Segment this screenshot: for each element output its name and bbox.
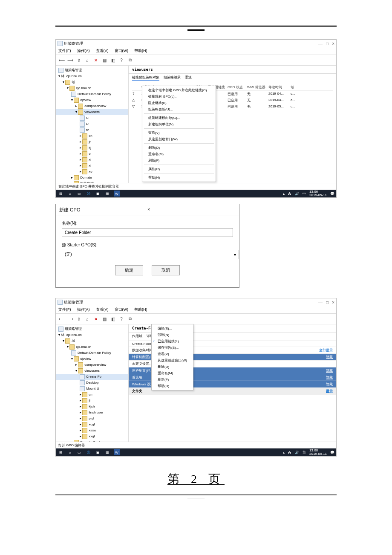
menu-item[interactable]: 重命名(M) <box>152 370 193 376</box>
ie-icon[interactable]: ⓔ <box>86 191 92 197</box>
explorer-icon[interactable]: ▣ <box>95 449 101 455</box>
maximize-button[interactable]: □ <box>326 300 329 305</box>
tree-child-c[interactable]: C <box>56 115 128 121</box>
col-wmi[interactable]: WMI 筛选器 <box>247 85 268 90</box>
menu-item[interactable]: 帮助(H) <box>142 174 216 181</box>
tray-net-icon[interactable]: 🖧 <box>288 192 291 196</box>
toggle-link[interactable]: 隐藏 <box>326 355 333 359</box>
menu-help[interactable]: 帮助(H) <box>134 48 147 54</box>
tree-child-xo[interactable]: ▸ xo <box>56 169 128 175</box>
window-icon[interactable]: ⧉ <box>127 57 133 64</box>
tree-ddp[interactable]: Default Domain Policy <box>56 350 128 356</box>
menu-item[interactable]: 已启用链接(L) <box>152 338 193 344</box>
notifications-icon[interactable]: 💬 <box>330 192 334 196</box>
tab-delegation[interactable]: 委派 <box>185 75 192 81</box>
tree-child-jh[interactable]: ▸ jh <box>56 139 128 145</box>
tree-kjsh[interactable]: ▸ kjsh <box>56 404 128 410</box>
tree-domain[interactable]: ▾ cjc.bnu.cn <box>56 85 128 91</box>
tree-linshiuser[interactable]: ▸ linshiuser <box>56 410 128 416</box>
menu-action[interactable]: 操作(A) <box>77 307 90 312</box>
col-modified[interactable]: 修改时间 <box>268 85 291 90</box>
menu-help[interactable]: 帮助(H) <box>134 307 147 312</box>
menu-item[interactable]: 刷新(F) <box>152 376 193 383</box>
toggle-link[interactable]: 隐藏 <box>326 382 333 387</box>
menu-item[interactable]: 组策略更新(U)... <box>142 106 216 113</box>
tree-xxgl[interactable]: ▸ xxgl <box>56 434 128 439</box>
word-icon[interactable]: W <box>114 191 120 197</box>
properties-icon[interactable]: ▦ <box>101 57 108 64</box>
tree-domain-controllers[interactable]: ▸ Domain <box>56 175 128 181</box>
windows-start-icon[interactable]: ⊞ <box>58 449 63 455</box>
menu-item[interactable]: 重命名(M) <box>142 151 216 157</box>
tree-create-folder-selected[interactable]: Create-Fo <box>56 374 128 380</box>
tray-net-icon[interactable]: 🖧 <box>288 451 291 454</box>
menu-item[interactable]: 删除(D) <box>142 145 216 151</box>
home-icon[interactable]: ⌂ <box>84 315 91 322</box>
word-icon[interactable]: W <box>114 449 120 455</box>
windows-start-icon[interactable]: ⊞ <box>58 191 63 197</box>
tree-domains[interactable]: ▾ 域 <box>56 338 128 344</box>
menu-item[interactable]: 组策略建模向导(G)... <box>142 115 216 121</box>
tray-up-icon[interactable]: ▴ <box>283 192 285 196</box>
tree-composerview[interactable]: ▸ composerview <box>56 362 128 368</box>
tray-up-icon[interactable]: ▴ <box>283 451 285 454</box>
cancel-button[interactable]: 取消 <box>152 265 180 275</box>
nav-back-icon[interactable]: ⟵ <box>58 315 65 322</box>
tree-desktop-wallpaper[interactable]: Desktop- <box>56 380 128 386</box>
toggle-link[interactable]: 隐藏 <box>326 368 333 373</box>
nav-up-icon[interactable]: ⇧ <box>75 57 82 64</box>
tree-child-cn[interactable]: ▸ cn <box>56 133 128 139</box>
menu-item[interactable]: 强制(N) <box>152 332 193 338</box>
menu-item[interactable]: 链接现有 GPO(L)... <box>142 93 216 100</box>
tree-xcgl[interactable]: ▸ xcgl <box>56 422 128 428</box>
col-domain[interactable]: 域 <box>291 85 303 90</box>
menu-item[interactable]: 保存报告(S)... <box>152 344 193 351</box>
nav-forward-icon[interactable]: ⟶ <box>67 315 74 322</box>
tab-scope[interactable]: 作用域 <box>132 334 142 339</box>
toggle-link[interactable]: 全部显示 <box>319 348 333 353</box>
tray-volume-icon[interactable]: 🔊 <box>295 192 299 196</box>
tree-cn[interactable]: ▸ cn <box>56 392 128 398</box>
menu-item[interactable]: 编辑(E)... <box>152 325 193 332</box>
nav-forward-icon[interactable]: ⟶ <box>67 57 74 64</box>
tray-volume-icon[interactable]: 🔊 <box>295 451 299 454</box>
tree-ddp[interactable]: Default Domain Policy <box>56 91 128 97</box>
menu-window[interactable]: 窗口(W) <box>115 307 129 312</box>
ime-lang[interactable]: 中 <box>303 191 306 196</box>
tree-composerview[interactable]: ▸ composerview <box>56 103 128 109</box>
close-button[interactable]: × <box>332 300 334 305</box>
menu-item[interactable]: 在这个域中创建 GPO 并在此处链接(C)... <box>142 87 216 93</box>
help-icon[interactable]: ? <box>118 315 125 322</box>
notifications-icon[interactable]: 💬 <box>330 451 334 454</box>
minimize-button[interactable]: — <box>318 300 323 305</box>
nav-back-icon[interactable]: ⟵ <box>58 57 65 64</box>
home-icon[interactable]: ⌂ <box>84 57 91 64</box>
tab-inheritance[interactable]: 组策略继承 <box>164 75 181 81</box>
menu-view[interactable]: 查看(V) <box>96 307 109 312</box>
help-icon[interactable]: ? <box>118 57 125 64</box>
menu-item[interactable]: 阻止继承(B) <box>142 100 216 106</box>
toggle-link[interactable]: 显示 <box>326 389 333 393</box>
menu-view[interactable]: 查看(V) <box>96 48 109 54</box>
tree-forest[interactable]: ▾ 林: cjc.bnu.cn <box>56 332 128 338</box>
tree-mount-user[interactable]: Mount-U <box>56 386 128 392</box>
menu-action[interactable]: 操作(A) <box>77 48 90 54</box>
tree-child-xl[interactable]: ▸ xl <box>56 163 128 169</box>
menu-item[interactable]: 属性(R) <box>142 166 216 172</box>
properties-icon[interactable]: ▦ <box>101 315 108 322</box>
tree-child-xi[interactable]: ▸ xi <box>56 157 128 163</box>
gp-icon[interactable]: ▦ <box>104 449 110 455</box>
source-select[interactable]: (无) ▾ <box>62 250 239 259</box>
tree-jh[interactable]: ▸ jh <box>56 398 128 404</box>
tree-domain[interactable]: ▾ cjc.bnu.cn <box>56 344 128 350</box>
tree-forest[interactable]: ▾ 林: cjc.bnu.cn <box>56 73 128 79</box>
tree-child-d[interactable]: D <box>56 121 128 127</box>
tree-child-kj[interactable]: ▸ kj <box>56 145 128 151</box>
menu-item[interactable]: 新建组织单位(N) <box>142 121 216 127</box>
minimize-button[interactable]: — <box>318 41 323 46</box>
name-input[interactable] <box>62 228 233 237</box>
dialog-close-icon[interactable]: × <box>147 207 236 213</box>
menu-file[interactable]: 文件(F) <box>58 307 71 312</box>
tree-root[interactable]: 组策略管理 <box>56 326 128 332</box>
menu-item[interactable]: 帮助(H) <box>152 383 193 389</box>
